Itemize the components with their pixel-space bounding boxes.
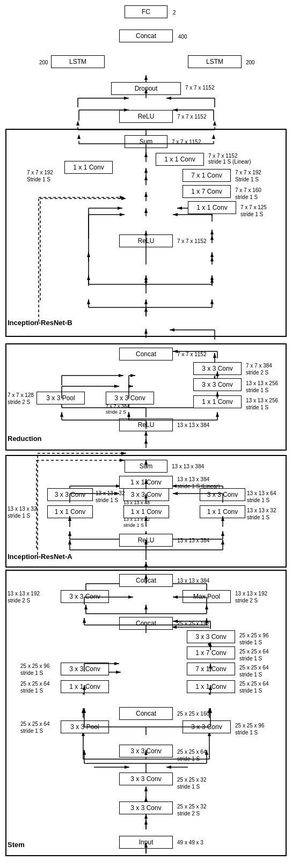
conv-1x1-a-mid-dim: 13 x 13 x 32stride 1 S	[123, 517, 150, 528]
lstm-right-node: LSTM	[188, 55, 242, 68]
conv-7x1-stem-label: 7 x 1 Conv	[195, 665, 226, 673]
reduction-label: Reduction	[8, 435, 42, 443]
pool-3x3-red-node: 3 x 3 Pool	[36, 392, 85, 404]
conv-3x3-stem-96-dim: 25 x 25 x 96stride 1 S	[239, 632, 268, 646]
conv-1x1-a-left-node: 1 x 1 Conv	[47, 505, 93, 518]
conv-3x3-stem-left2-node: 3 x 3 Conv	[61, 663, 109, 675]
conv-3x3-stem-96-node: 3 x 3 Conv	[187, 630, 235, 643]
stem-label: Stem	[8, 841, 25, 849]
pool-3x3-stem-dim: 25 x 25 x 64stride 1 S	[20, 720, 49, 734]
conv-1x1-a-linear-label: 1 x 1 Conv	[130, 479, 161, 486]
conv-3x3-stem-left-dim: 13 x 13 x 192stride 2 S	[8, 590, 40, 604]
conv-1x1-stem-left2-node: 1 x 1 Conv	[61, 680, 109, 693]
lstm-left-node: LSTM	[51, 55, 105, 68]
maxpool-stem-label: Max Pool	[193, 593, 220, 600]
concat-stem-mid-node: Concat	[119, 617, 173, 630]
relu-red-node: ReLU	[119, 418, 173, 431]
conv-7x1-b-label: 7 x 1 Conv	[191, 172, 222, 179]
fc-node: FC	[125, 5, 167, 18]
relu-b-dim: 7 x 7 x 1152	[177, 238, 206, 244]
conv-1x1-b-linear-label: 1 x 1 Conv	[164, 156, 195, 163]
conv-1x1-stem-right2-node: 1 x 1 Conv	[187, 680, 235, 693]
conv-1x1-b-left-node: 1 x 1 Conv	[64, 161, 113, 174]
conv-3x3-red-right-node: 3 x 3 Conv	[193, 362, 242, 375]
dropout-dim: 7 x 7 x 1152	[185, 85, 214, 91]
conv-1x1-red-label: 1 x 1 Conv	[202, 398, 232, 406]
conv-1x7-b-node: 1 x 7 Conv	[182, 185, 231, 198]
conv-7x1-b-dim: 7 x 7 x 192Stride 1 S	[235, 169, 261, 183]
conv-1x7-stem-node: 1 x 7 Conv	[187, 646, 235, 659]
conv-3x3-stem-32-dim: 25 x 25 x 32stride 2 S	[177, 803, 206, 817]
conv-1x1-stem-left2-dim: 25 x 25 x 64stride 1 S	[20, 680, 49, 694]
sum-a-dim: 13 x 13 x 384	[172, 464, 204, 469]
conv-1x7-b-label: 1 x 7 Conv	[191, 188, 222, 195]
relu-red-dim: 13 x 13 x 384	[177, 422, 209, 428]
conv-1x1-b-linear-node: 1 x 1 Conv	[156, 153, 204, 166]
relu-top-node: ReLU	[119, 110, 173, 123]
conv-3x3-a-mid2-label: 3 x 3 Conv	[55, 491, 85, 498]
conv-3x3-red-mid1-node: 3 x 3 Conv	[106, 392, 154, 404]
dropout-node: Dropout	[111, 82, 181, 95]
inception-resnet-b-label: Inception-ResNet-B	[8, 319, 72, 327]
conv-1x1-a-linear-node: 1 x 1 Conv	[119, 476, 173, 489]
conv-3x3-red-mid2-label: 3 x 3 Conv	[202, 381, 232, 388]
conv-3x3-a-mid2-dim: 13 x 13 x 32stride 1 S	[96, 490, 125, 504]
conv-3x3-a-mid-node: 3 x 3 Conv	[123, 488, 169, 501]
conv-1x1-stem-left2-label: 1 x 1 Conv	[69, 683, 100, 690]
conv-3x3-red-mid1-dim: 7 x 7 x 384stride 2 S	[106, 403, 129, 415]
concat-top-node: Concat	[119, 30, 173, 42]
conv-3x3-a-right-dim: 13 x 13 x 64stride 1 S	[247, 490, 276, 504]
relu-a-label: ReLU	[138, 536, 155, 544]
conv-1x1-a-right-dim: 13 x 13 x 32stride 1 S	[247, 507, 276, 521]
conv-3x3-stem-32b-label: 3 x 3 Conv	[130, 775, 161, 783]
relu-red-label: ReLU	[138, 421, 155, 429]
conv-3x3-stem-bot-dim: 25 x 25 x 96stride 1 S	[235, 722, 264, 736]
concat-stem-top-node: Concat	[119, 574, 173, 587]
relu-b-node: ReLU	[119, 234, 173, 247]
conv-3x3-stem-64-dim: 25 x 25 x 64stride 1 S	[177, 748, 206, 762]
conv-1x1-b-bot-dim: 7 x 7 x 125stride 1 S	[240, 204, 267, 218]
relu-a-node: ReLU	[119, 534, 173, 547]
conv-3x3-stem-left-label: 3 x 3 Conv	[69, 593, 100, 600]
conv-1x1-stem-right2-dim: 25 x 25 x 64stride 1 S	[239, 680, 268, 694]
input-dim: 49 x 49 x 3	[177, 840, 203, 845]
conv-1x1-b-left-label: 1 x 1 Conv	[73, 164, 104, 171]
conv-1x1-b-bot-node: 1 x 1 Conv	[188, 201, 236, 214]
pool-3x3-stem-label: 3 x 3 Pool	[70, 723, 99, 731]
conv-3x3-stem-32-node: 3 x 3 Conv	[119, 801, 173, 814]
conv-7x1-b-node: 7 x 1 Conv	[182, 169, 231, 182]
conv-1x1-a-right-node: 1 x 1 Conv	[200, 505, 245, 518]
conv-3x3-red-right-dim: 7 x 7 x 384stride 2 S	[246, 362, 272, 376]
concat-stem-mid-dim: 25 x 25 x 192	[177, 621, 209, 627]
fc-dim: 2	[173, 10, 176, 16]
conv-3x3-a-mid-label: 3 x 3 Conv	[131, 491, 162, 498]
inception-resnet-a-label: Inception-ResNet-A	[8, 553, 72, 561]
sum-a-label: Sum	[140, 462, 153, 470]
conv-3x3-stem-bot-label: 3 x 3 Conv	[191, 723, 222, 731]
conv-1x1-b-linear-dim: 7 x 7 x 1152stride 1 S (Linear)	[208, 153, 251, 165]
lstm-left-dim: 200	[39, 60, 48, 65]
lstm-right-label: LSTM	[206, 58, 223, 65]
input-label: Input	[139, 838, 154, 846]
concat-stem-mid-label: Concat	[136, 620, 156, 627]
conv-3x3-stem-32-label: 3 x 3 Conv	[130, 804, 161, 812]
conv-3x3-a-right-node: 3 x 3 Conv	[200, 488, 245, 501]
conv-1x1-stem-right2-label: 1 x 1 Conv	[195, 683, 226, 690]
concat-top-label: Concat	[136, 32, 156, 40]
pool-3x3-stem-node: 3 x 3 Pool	[61, 720, 109, 733]
concat-red-dim: 7 x 7 x 1152	[177, 351, 206, 357]
maxpool-stem-node: Max Pool	[182, 590, 231, 603]
conv-1x1-red-node: 1 x 1 Conv	[193, 395, 242, 408]
conv-3x3-stem-96-label: 3 x 3 Conv	[195, 633, 226, 641]
relu-top-label: ReLU	[138, 113, 155, 120]
relu-b-label: ReLU	[138, 237, 155, 245]
conv-3x3-stem-32b-dim: 25 x 25 x 32stride 1 S	[177, 776, 206, 790]
conv-3x3-stem-bot-node: 3 x 3 Conv	[182, 720, 231, 733]
conv-3x3-stem-64-node: 3 x 3 Conv	[119, 745, 173, 757]
conv-3x3-red-mid2-node: 3 x 3 Conv	[193, 378, 242, 391]
relu-a-dim: 13 x 13 x 384	[177, 538, 209, 543]
conv-1x1-b-left-dim: 7 x 7 x 192Stride 1 S	[27, 169, 53, 183]
maxpool-stem-dim: 13 x 13 x 192stride 2 S	[235, 590, 267, 604]
concat-stem-bot-dim: 25 x 25 x 160	[177, 711, 209, 717]
sum-b-label: Sum	[140, 138, 153, 145]
